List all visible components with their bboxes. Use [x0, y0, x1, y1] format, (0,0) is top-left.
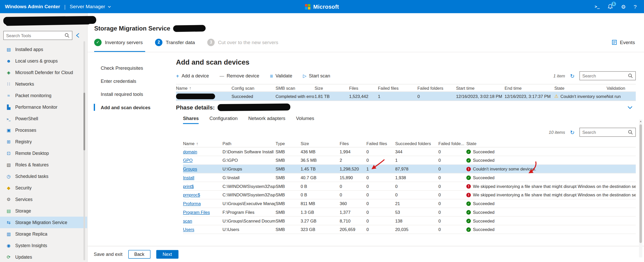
sidebar-item-defender-for-cloud[interactable]: Microsoft Defender for Cloud — [0, 67, 87, 78]
step-label: Transfer data — [166, 39, 195, 45]
sidebar-item-updates[interactable]: Updates — [0, 251, 87, 262]
sidebar-item-remote-desktop[interactable]: Remote Desktop — [0, 147, 87, 159]
share-row[interactable]: prnproc$ C:\WINDOWS\system32\spo... SMB … — [183, 191, 636, 199]
notifications-bell-icon[interactable]: 1 — [607, 4, 613, 9]
tab-configuration[interactable]: Configuration — [209, 116, 238, 124]
powershell-console-icon[interactable]: >_ — [595, 5, 599, 9]
app-title[interactable]: Windows Admin Center — [5, 4, 60, 9]
share-row[interactable]: print$ C:\WINDOWS\system32\spo... SMB 0 … — [183, 182, 636, 191]
subnav-install-required-tools[interactable]: Install required tools — [101, 88, 176, 101]
share-row[interactable]: Program Files F:\Program Files SMB 1.3 G… — [183, 208, 636, 217]
sidebar-item-registry[interactable]: Registry — [0, 136, 87, 147]
sidebar-item-networks[interactable]: Networks — [0, 78, 87, 90]
events-button[interactable]: Events — [612, 33, 635, 52]
sidebar-item-storage-migration-service[interactable]: Storage Migration Service — [0, 217, 87, 228]
sidebar-item-installed-apps[interactable]: Installed apps — [0, 44, 87, 55]
share-name-link[interactable]: Install — [183, 175, 194, 180]
sort-ascending-icon[interactable]: ↑ — [189, 86, 191, 90]
validate-button[interactable]: ≡Validate — [270, 73, 292, 78]
back-button[interactable]: Back — [128, 250, 151, 258]
sidebar-item-powershell[interactable]: PowerShell — [0, 113, 87, 124]
sidebar-item-label: Packet monitoring — [15, 93, 51, 98]
state-icon — [466, 167, 471, 171]
share-name-link[interactable]: prnproc$ — [183, 192, 200, 197]
save-and-exit-button[interactable]: Save and exit — [94, 252, 122, 257]
play-icon: ▷ — [303, 74, 307, 78]
main-scrollbar-thumb[interactable] — [639, 124, 642, 243]
shares-table: Name↑ Path Type Size Files Failed files … — [183, 140, 636, 234]
next-button[interactable]: Next — [156, 250, 178, 258]
scroll-up-arrow[interactable]: ▲ — [639, 120, 642, 123]
tab-shares[interactable]: Shares — [183, 116, 199, 124]
sidebar-item-performance-monitor[interactable]: Performance Monitor — [0, 101, 87, 113]
page-head: Storage Migration Service — [88, 13, 644, 33]
sidebar-item-packet-monitoring[interactable]: Packet monitoring — [0, 90, 87, 101]
share-row[interactable]: domain D:\Domain Software Install SMB 43… — [183, 147, 636, 156]
sidebar-scrollbar[interactable] — [83, 41, 85, 260]
share-row[interactable]: Install G:\Install SMB 40.7 GB 15,890 0 … — [183, 173, 636, 182]
validate-list-icon: ≡ — [270, 73, 273, 78]
windows-admin-center-app: Windows Admin Center | Server Manager Mi… — [0, 0, 644, 262]
subnav-enter-credentials[interactable]: Enter credentials — [101, 75, 176, 88]
sidebar-item-label: Processes — [15, 128, 36, 133]
refresh-icon[interactable]: ↻ — [570, 129, 575, 135]
share-row[interactable]: Proforma U:\Groups\Executive Manage... S… — [183, 199, 636, 208]
collapse-phase-chevron[interactable] — [628, 106, 632, 109]
sidebar-item-label: Microsoft Defender for Cloud — [15, 70, 73, 75]
share-name-link[interactable]: print$ — [183, 184, 194, 189]
share-row[interactable]: scan U:\Groups\Scanned Docume... SMB 3.2… — [183, 217, 636, 225]
share-row[interactable]: Users U:\Users SMB 323 GB 205,659 0 20,0… — [183, 225, 636, 234]
sidebar-item-label: Remote Desktop — [15, 151, 49, 156]
step-label: Inventory servers — [105, 39, 143, 45]
sidebar-item-storage-replica[interactable]: Storage Replica — [0, 228, 87, 240]
subnav-add-and-scan-devices[interactable]: Add and scan devices — [101, 101, 176, 114]
sidebar-item-services[interactable]: Services — [0, 194, 87, 205]
shares-table-rows: domain D:\Domain Software Install SMB 43… — [183, 147, 636, 234]
share-row[interactable]: GPO G:\GPO SMB 36.5 MB 2 0 1 0 Succeeded — [183, 156, 636, 165]
remove-device-button[interactable]: —Remove device — [220, 73, 259, 78]
step-transfer-data[interactable]: 2 Transfer data — [155, 33, 195, 52]
tab-volumes[interactable]: Volumes — [296, 116, 314, 124]
sidebar-item-system-insights[interactable]: System Insights — [0, 240, 87, 251]
start-scan-button[interactable]: ▷Start scan — [303, 73, 330, 78]
shares-search-input[interactable] — [582, 130, 626, 135]
redaction-phase-server — [218, 104, 291, 111]
sidebar-item-processes[interactable]: Processes — [0, 124, 87, 136]
sidebar-item-security[interactable]: Security — [0, 182, 87, 194]
device-row[interactable]: Succeeded Completed with erro... 1.81 TB… — [176, 92, 636, 101]
share-name-link[interactable]: Proforma — [183, 201, 201, 206]
sidebar-scrollbar-thumb[interactable] — [83, 93, 85, 150]
share-name-link[interactable]: GPO — [183, 158, 193, 163]
sidebar-item-icon — [6, 105, 11, 109]
step-inventory-servers[interactable]: ✓ Inventory servers — [94, 33, 143, 52]
settings-gear-icon[interactable]: ⚙ — [621, 4, 626, 9]
sidebar-item-scheduled-tasks[interactable]: Scheduled tasks — [0, 170, 87, 182]
devices-search-input[interactable] — [582, 73, 626, 78]
main-scrollbar[interactable]: ▲ — [639, 119, 642, 257]
share-name-link[interactable]: scan — [183, 218, 192, 223]
collapse-sidebar-chevron[interactable] — [76, 33, 79, 38]
sidebar-item-icon — [6, 255, 11, 259]
search-tools-input[interactable] — [6, 33, 63, 38]
tab-network-adapters[interactable]: Network adapters — [248, 116, 285, 124]
subnav-check-prerequisites[interactable]: Check Prerequisites — [101, 61, 176, 74]
sidebar-item-label: Networks — [15, 82, 34, 86]
step-cut-over[interactable]: 3 Cut over to the new servers — [207, 33, 278, 52]
devices-table-header: Name↑ Config scan SMB scan Size Files Fa… — [176, 84, 636, 92]
step-badge: ✓ — [94, 38, 102, 46]
help-icon[interactable]: ? — [634, 4, 637, 9]
sidebar-item-icon — [6, 151, 11, 156]
share-name-link[interactable]: domain — [183, 149, 197, 154]
sidebar-item-storage[interactable]: Storage — [0, 205, 87, 217]
add-device-button[interactable]: +Add a device — [176, 73, 209, 78]
server-manager-menu[interactable]: Server Manager — [70, 4, 111, 9]
sidebar-item-local-users-groups[interactable]: Local users & groups — [0, 55, 87, 67]
sort-ascending-icon[interactable]: ↑ — [196, 141, 198, 146]
shares-item-count: 10 items — [549, 130, 565, 135]
share-name-link[interactable]: Program Files — [183, 210, 210, 215]
share-name-link[interactable]: Users — [183, 227, 194, 232]
share-name-link[interactable]: Groups — [183, 166, 197, 171]
sidebar-item-roles-features[interactable]: Roles & features — [0, 159, 87, 170]
share-row[interactable]: Groups U:\Groups SMB 1.45 TB 1,298,520 1… — [183, 165, 636, 174]
refresh-icon[interactable]: ↻ — [570, 73, 575, 78]
